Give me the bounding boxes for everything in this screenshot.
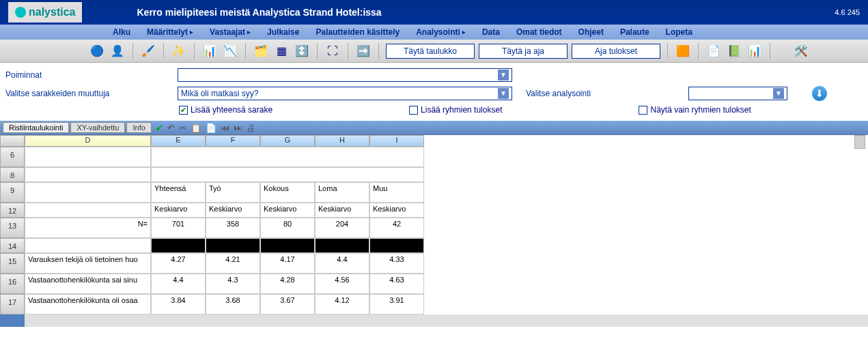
tree-icon[interactable]: 📊	[201, 43, 218, 59]
analysis-select[interactable]: ▼	[688, 87, 787, 100]
cell[interactable]: Keskiarvo	[151, 203, 206, 218]
cell[interactable]: Loma	[315, 182, 369, 203]
col-header[interactable]: G	[260, 135, 315, 147]
paste-icon[interactable]: 📄	[206, 123, 216, 133]
menu-alku[interactable]: Alku	[113, 27, 130, 37]
tab-crosstab[interactable]: Ristiintaulukointi	[3, 122, 69, 133]
tab-info[interactable]: Info	[126, 122, 151, 133]
menu-maarittelyt[interactable]: Määrittelyt▸	[147, 27, 193, 37]
last-icon[interactable]: ⏭	[234, 123, 242, 133]
cell[interactable]: 4.56	[315, 274, 369, 294]
row-header[interactable]: 15	[0, 253, 25, 274]
cell[interactable]: Keskiarvo	[369, 203, 424, 218]
copy-icon[interactable]: 📋	[191, 123, 201, 133]
cell[interactable]	[25, 203, 151, 218]
cell[interactable]: 4.21	[206, 253, 260, 274]
cell[interactable]	[25, 167, 151, 182]
tab-xy[interactable]: XY-vaihdettu	[70, 122, 125, 133]
add-groups-checkbox[interactable]: Lisää ryhmien tulokset	[409, 105, 502, 115]
cell[interactable]	[315, 238, 369, 253]
row-header[interactable]: 8	[0, 167, 25, 182]
cell[interactable]	[25, 182, 151, 203]
excel-export-icon[interactable]: 📊	[746, 43, 763, 59]
cell[interactable]: 4.4	[151, 274, 206, 294]
cell[interactable]: N=	[25, 218, 151, 238]
menu-palautteiden[interactable]: Palautteiden käsittely	[316, 27, 400, 37]
export-icon[interactable]: ➡️	[355, 43, 372, 59]
cell[interactable]: 3.84	[151, 294, 206, 315]
cell[interactable]: 4.17	[260, 253, 315, 274]
cell[interactable]: Vastaanottohenkilökunta oli osaa	[25, 294, 151, 315]
cell[interactable]: Keskiarvo	[206, 203, 260, 218]
row-header[interactable]: 6	[0, 147, 25, 167]
wizard-icon[interactable]: ✨	[171, 43, 187, 59]
col-header[interactable]: D	[25, 135, 151, 147]
cell[interactable]: 204	[315, 218, 369, 238]
print-icon[interactable]: 🖨	[247, 123, 255, 133]
cell[interactable]: Keskiarvo	[260, 203, 315, 218]
down-arrow-button[interactable]: ⬇	[812, 86, 827, 101]
cell[interactable]: 4.4	[315, 253, 369, 274]
vertical-scrollbar[interactable]	[854, 135, 865, 149]
cell[interactable]	[25, 147, 151, 167]
cell[interactable]: 80	[260, 218, 315, 238]
cell[interactable]: 4.27	[151, 253, 206, 274]
cell[interactable]: Muu	[369, 182, 424, 203]
row-header[interactable]: 17	[0, 294, 25, 315]
cell[interactable]	[151, 238, 206, 253]
cell[interactable]	[260, 238, 315, 253]
cell[interactable]: 4.28	[260, 274, 315, 294]
col-header[interactable]: H	[315, 135, 369, 147]
col-header[interactable]: F	[206, 135, 260, 147]
cell[interactable]: 42	[369, 218, 424, 238]
cell[interactable]: Vastaanottohenkilökunta sai sinu	[25, 274, 151, 294]
first-icon[interactable]: ⏮	[221, 123, 229, 133]
cell[interactable]	[25, 238, 151, 253]
sort-icon[interactable]: ↕️	[294, 43, 310, 59]
row-header[interactable]: 16	[0, 274, 25, 294]
brush-icon[interactable]: 🖌️	[140, 43, 156, 59]
cell[interactable]: 4.12	[315, 294, 369, 315]
row-header[interactable]: 9	[0, 182, 25, 203]
hierarchy-icon[interactable]: 🗂️	[253, 43, 269, 59]
col-header[interactable]: I	[369, 135, 424, 147]
cell[interactable]: 701	[151, 218, 206, 238]
cell[interactable]: 4.33	[369, 253, 424, 274]
user-icon[interactable]: 👤	[109, 43, 126, 59]
poiminnat-select[interactable]: ▼	[178, 68, 512, 82]
corner-cell[interactable]	[0, 135, 25, 147]
columns-var-select[interactable]: Mikä oli matkasi syy? ▼	[178, 87, 512, 100]
run-results-button[interactable]: Aja tulokset	[572, 44, 660, 59]
menu-palaute[interactable]: Palaute	[620, 27, 649, 37]
fill-table-button[interactable]: Täytä taulukko	[386, 44, 475, 59]
menu-omat[interactable]: Omat tiedot	[516, 27, 562, 37]
expand-icon[interactable]: ⛶	[324, 43, 341, 59]
cut-icon[interactable]: ✂	[179, 123, 186, 133]
row-header[interactable]: 13	[0, 218, 25, 238]
cell[interactable]	[206, 238, 260, 253]
document-icon[interactable]: 📄	[705, 43, 722, 59]
grid-icon[interactable]: ▦	[273, 43, 290, 59]
only-groups-checkbox[interactable]: Näytä vain ryhmien tulokset	[639, 105, 751, 115]
cell[interactable]: Varauksen tekijä oli tietoinen huo	[25, 253, 151, 274]
menu-data[interactable]: Data	[482, 27, 500, 37]
cell[interactable]	[151, 167, 424, 182]
cell[interactable]: 3.91	[369, 294, 424, 315]
cell[interactable]	[151, 147, 424, 167]
fill-and-run-button[interactable]: Täytä ja aja	[479, 44, 568, 59]
tools-icon[interactable]: 🛠️	[793, 43, 809, 59]
cell[interactable]: 3.67	[260, 294, 315, 315]
row-header[interactable]: 14	[0, 238, 25, 253]
back-icon[interactable]: 🔵	[89, 43, 105, 59]
menu-ohjeet[interactable]: Ohjeet	[578, 27, 604, 37]
add-total-checkbox[interactable]: ✔ Lisää yhteensä sarake	[179, 105, 272, 115]
menu-vastaajat[interactable]: Vastaajat▸	[210, 27, 251, 37]
cell[interactable]: 4.63	[369, 274, 424, 294]
cell[interactable]: 358	[206, 218, 260, 238]
col-header[interactable]: E	[151, 135, 206, 147]
cell[interactable]: Työ	[206, 182, 260, 203]
excel-icon[interactable]: 📗	[726, 43, 742, 59]
cell[interactable]	[369, 238, 424, 253]
cell[interactable]: Keskiarvo	[315, 203, 369, 218]
cell[interactable]: Kokous	[260, 182, 315, 203]
